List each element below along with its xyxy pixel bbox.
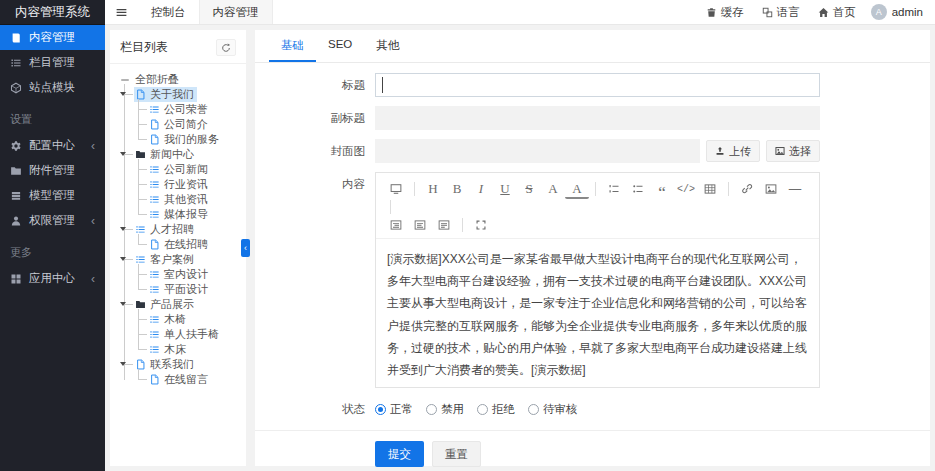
- ordered-list-button[interactable]: [602, 178, 626, 200]
- title-row: 标题: [255, 73, 930, 97]
- editor-content[interactable]: [演示数据]XXX公司是一家某省最早做大型设计电商平台的现代化互联网公司，多年大…: [376, 239, 819, 387]
- tree-item[interactable]: 室内设计: [148, 267, 211, 282]
- status-radio[interactable]: 正常: [375, 397, 413, 421]
- submit-button[interactable]: 提交: [375, 441, 424, 467]
- tree-item[interactable]: 在线留言: [148, 372, 211, 387]
- tree-item[interactable]: 在线招聘: [148, 237, 211, 252]
- indent-button[interactable]: [384, 214, 408, 236]
- cover-input[interactable]: [375, 139, 700, 163]
- tree-node: 平面设计: [148, 282, 240, 297]
- sidebar-item[interactable]: 模型管理: [0, 183, 105, 208]
- tree-item-label: 我们的服务: [164, 132, 219, 147]
- list-icon: [149, 344, 160, 355]
- tree-item[interactable]: 木椅: [148, 312, 189, 327]
- refresh-button[interactable]: [216, 39, 236, 56]
- font-button[interactable]: A: [541, 178, 565, 200]
- form-tab[interactable]: 基础: [269, 30, 316, 62]
- collapse-all-button[interactable]: 全部折叠: [120, 72, 240, 87]
- expander-icon: [120, 362, 126, 366]
- category-panel-header: 栏目列表: [110, 30, 246, 64]
- tree-item[interactable]: 人才招聘: [134, 222, 197, 237]
- tree-node: 公司荣誉: [148, 102, 240, 117]
- tree-item-label: 在线留言: [164, 372, 208, 387]
- expander-icon: [120, 302, 126, 306]
- tree-root: 关于我们公司荣誉公司简介我们的服务新闻中心公司新闻行业资讯其他资讯媒体报导人才招…: [120, 87, 240, 387]
- title-field-wrap: [375, 73, 820, 97]
- italic-button[interactable]: I: [469, 178, 493, 200]
- expander-icon: [120, 257, 126, 261]
- editor-toolbar-row1: HBIUSAA“</>—: [384, 178, 811, 214]
- tree-item[interactable]: 媒体报导: [148, 207, 211, 222]
- font-color-button[interactable]: A: [565, 181, 589, 199]
- sidebar-item[interactable]: 栏目管理: [0, 50, 105, 75]
- sidebar-item-label: 配置中心: [29, 138, 75, 153]
- form-tab[interactable]: SEO: [316, 30, 364, 62]
- sidebar-item[interactable]: 配置中心‹: [0, 133, 105, 158]
- tree-item[interactable]: 平面设计: [148, 282, 211, 297]
- user-menu[interactable]: Aadmin: [865, 4, 935, 20]
- outdent-button[interactable]: [408, 214, 432, 236]
- menu-toggle-button[interactable]: [105, 6, 138, 19]
- tree-item[interactable]: 新闻中心: [134, 147, 197, 162]
- form-tab[interactable]: 其他: [364, 30, 411, 62]
- collapse-all-label: 全部折叠: [135, 72, 179, 87]
- tree-item[interactable]: 客户案例: [134, 252, 197, 267]
- tree-item-label: 联系我们: [150, 357, 194, 372]
- sidebar-item[interactable]: 应用中心‹: [0, 266, 105, 291]
- tree-node: 行业资讯: [148, 177, 240, 192]
- workspace: 栏目列表 全部折叠 关于我们公司荣誉公司简介我们的服务新闻中心公司新闻行业资讯其…: [105, 25, 935, 471]
- app-title: 内容管理系统: [0, 0, 105, 25]
- tree-node: 媒体报导: [148, 207, 240, 222]
- link-button[interactable]: [735, 178, 759, 200]
- tree-node: 木床: [148, 342, 240, 357]
- book-icon: [10, 32, 22, 44]
- align-left-button[interactable]: [432, 214, 456, 236]
- tree-item[interactable]: 其他资讯: [148, 192, 211, 207]
- status-radio[interactable]: 拒绝: [477, 397, 515, 421]
- tree-item[interactable]: 公司新闻: [148, 162, 211, 177]
- topbar-tab[interactable]: 控制台: [138, 0, 199, 24]
- status-radio[interactable]: 待审核: [528, 397, 578, 421]
- underline-button[interactable]: U: [493, 178, 517, 200]
- fullscreen-button[interactable]: [469, 214, 493, 236]
- choose-image-button[interactable]: 选择: [766, 140, 820, 162]
- strikethrough-button[interactable]: S: [517, 178, 541, 200]
- tree-item[interactable]: 单人扶手椅: [148, 327, 222, 342]
- topbar-action[interactable]: 首页: [809, 5, 865, 20]
- tree-item[interactable]: 行业资讯: [148, 177, 211, 192]
- tree-item[interactable]: 公司荣誉: [148, 102, 211, 117]
- tree-node: 单人扶手椅: [148, 327, 240, 342]
- code-button[interactable]: </>: [674, 178, 698, 200]
- quote-button[interactable]: “: [650, 178, 674, 200]
- sidebar-item[interactable]: 内容管理: [0, 25, 105, 50]
- horizontal-rule-button[interactable]: —: [783, 178, 807, 200]
- panel-collapse-handle[interactable]: ‹: [241, 239, 250, 257]
- tree-item[interactable]: 公司简介: [148, 117, 211, 132]
- title-input[interactable]: [375, 73, 820, 97]
- heading-button[interactable]: H: [421, 178, 445, 200]
- unordered-list-button[interactable]: [626, 178, 650, 200]
- content-label: 内容: [255, 172, 375, 388]
- topbar-action-label: 首页: [833, 5, 856, 20]
- preview-button[interactable]: [384, 178, 408, 200]
- link-icon: [741, 183, 753, 195]
- tree-item[interactable]: 关于我们: [134, 87, 197, 102]
- table-button[interactable]: [698, 178, 722, 200]
- topbar-tab[interactable]: 内容管理: [199, 0, 273, 24]
- reset-button[interactable]: 重置: [432, 441, 481, 467]
- sidebar-item[interactable]: 权限管理‹: [0, 208, 105, 233]
- upload-button[interactable]: 上传: [706, 140, 760, 162]
- image-button[interactable]: [759, 178, 783, 200]
- tree-item[interactable]: 我们的服务: [148, 132, 222, 147]
- tree-item[interactable]: 产品展示: [134, 297, 197, 312]
- sidebar-item[interactable]: 站点模块: [0, 75, 105, 100]
- form-tabs: 基础SEO其他: [255, 30, 930, 63]
- subtitle-input[interactable]: [375, 106, 820, 130]
- topbar-action[interactable]: 缓存: [697, 5, 753, 20]
- sidebar-item[interactable]: 附件管理: [0, 158, 105, 183]
- tree-item[interactable]: 联系我们: [134, 357, 197, 372]
- bold-button[interactable]: B: [445, 178, 469, 200]
- topbar-action[interactable]: 语言: [753, 5, 809, 20]
- tree-item[interactable]: 木床: [148, 342, 189, 357]
- status-radio[interactable]: 禁用: [426, 397, 464, 421]
